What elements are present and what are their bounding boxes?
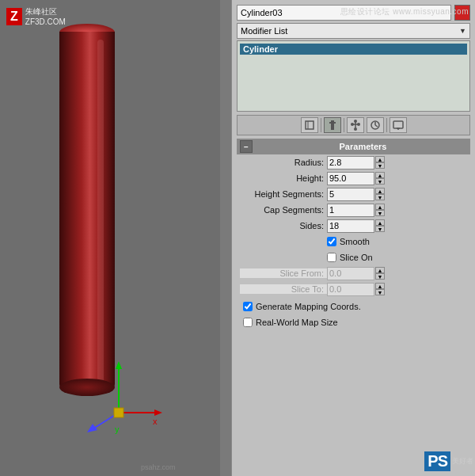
svg-point-15 — [351, 123, 354, 126]
param-input-sides[interactable] — [327, 219, 374, 233]
ps-logo-text: PS — [424, 451, 450, 471]
param-input-cap-segs[interactable] — [327, 204, 374, 217]
param-row-slice-from: Slice From: ▲ ▼ — [237, 265, 470, 281]
spin-down-slice-to[interactable]: ▼ — [375, 289, 385, 295]
parameters-collapse-button[interactable]: − — [240, 140, 253, 153]
param-input-slice-from[interactable] — [327, 267, 374, 280]
param-row-height: Height: ▲ ▼ — [237, 170, 470, 186]
param-row-sides: Sides: ▲ ▼ — [237, 218, 470, 234]
toolbar-separator — [321, 118, 321, 132]
cylinder-highlight — [97, 40, 104, 388]
param-spinner-slice-from: ▲ ▼ — [375, 267, 385, 280]
toolbar-display-button[interactable] — [390, 117, 407, 133]
modifier-list-bar: Modifier List ▼ — [237, 23, 470, 39]
toolbar-hierarchy-button[interactable] — [347, 117, 364, 133]
param-input-height[interactable] — [327, 172, 374, 185]
spin-down-sides[interactable]: ▼ — [375, 226, 385, 232]
spin-up-sides[interactable]: ▲ — [375, 219, 385, 226]
psahz-watermark: psahz.com — [141, 463, 176, 471]
checkbox-row-smooth: Smooth — [237, 234, 470, 249]
dropdown-arrow-icon: ▼ — [459, 27, 466, 35]
param-row-slice-to: Slice To: ▲ ▼ — [237, 281, 470, 297]
svg-rect-12 — [329, 122, 336, 124]
watermark-top: 思绘设计论坛 www.missyuan.com — [340, 6, 469, 17]
spin-up-height-segs[interactable]: ▲ — [375, 188, 385, 194]
checkbox-slice-on[interactable] — [327, 253, 336, 262]
param-input-slice-to[interactable] — [327, 283, 374, 296]
modifier-stack-item[interactable]: Cylinder — [240, 44, 467, 55]
svg-marker-1 — [116, 361, 122, 369]
checkbox-row-slice-on: Slice On — [237, 249, 470, 265]
param-input-radius[interactable] — [327, 156, 374, 169]
param-label-sides: Sides: — [240, 221, 327, 230]
checkbox-label-slice-on: Slice On — [340, 253, 373, 262]
modifier-list-dropdown[interactable]: Modifier List ▼ — [237, 23, 470, 39]
param-spinner-slice-to: ▲ ▼ — [375, 283, 385, 295]
checkbox-real-world[interactable] — [243, 318, 253, 327]
param-label-height-segs: Height Segments: — [240, 189, 327, 199]
parameters-title: Parameters — [256, 142, 470, 151]
svg-marker-4 — [154, 409, 162, 416]
svg-point-16 — [357, 123, 360, 126]
svg-point-17 — [354, 120, 357, 123]
param-spinner-radius: ▲ ▼ — [375, 156, 385, 169]
checkbox-row-gen-mapping: Generate Mapping Coords. — [237, 299, 470, 314]
modifier-stack-list[interactable]: Cylinder — [237, 40, 470, 112]
param-label-radius: Radius: — [240, 158, 327, 167]
spin-up-radius[interactable]: ▲ — [375, 156, 385, 162]
param-spinner-sides: ▲ ▼ — [375, 219, 385, 232]
checkbox-row-real-world: Real-World Map Size — [237, 314, 470, 330]
parameters-header: − Parameters — [237, 139, 470, 154]
param-row-cap-segs: Cap Segments: ▲ ▼ — [237, 202, 470, 218]
svg-text:y: y — [115, 425, 120, 434]
parameters-section: − Parameters Radius: ▲ ▼ Height: ▲ ▼ Hei… — [237, 139, 470, 330]
right-panel: Modifier List ▼ Cylinder — [231, 0, 475, 476]
checkbox-smooth[interactable] — [327, 237, 336, 246]
axis-indicator: y x — [75, 357, 162, 436]
modifier-list-label: Modifier List — [241, 26, 287, 36]
param-label-cap-segs: Cap Segments: — [240, 205, 327, 215]
toolbar-modify-button[interactable] — [324, 117, 341, 133]
cylinder-body — [59, 32, 115, 388]
param-row-radius: Radius: ▲ ▼ — [237, 154, 470, 170]
spin-up-cap-segs[interactable]: ▲ — [375, 204, 385, 210]
svg-rect-11 — [331, 120, 334, 130]
param-spinner-height-segs: ▲ ▼ — [375, 188, 385, 200]
spin-down-radius[interactable]: ▼ — [375, 162, 385, 169]
checkbox-label-smooth: Smooth — [340, 237, 370, 246]
checkbox-label-gen-mapping: Generate Mapping Coords. — [256, 302, 361, 311]
logo-z-icon: Z — [6, 8, 22, 25]
toolbar-motion-button[interactable] — [367, 117, 384, 133]
spin-up-height[interactable]: ▲ — [375, 172, 385, 178]
spin-down-cap-segs[interactable]: ▼ — [375, 210, 385, 216]
param-spinner-cap-segs: ▲ ▼ — [375, 204, 385, 216]
viewport-3d: Z 朱峰社区 ZF3D.COM y x — [0, 0, 220, 476]
svg-rect-8 — [114, 408, 124, 417]
param-label-slice-to: Slice To: — [240, 284, 327, 294]
svg-rect-22 — [393, 121, 403, 128]
svg-marker-7 — [87, 424, 97, 432]
param-label-height: Height: — [240, 173, 327, 183]
svg-point-18 — [354, 128, 357, 131]
cylinder-3d-object — [48, 24, 127, 404]
spin-down-height-segs[interactable]: ▼ — [375, 194, 385, 200]
spin-down-slice-from[interactable]: ▼ — [375, 273, 385, 280]
svg-text:x: x — [153, 417, 158, 426]
spin-down-height[interactable]: ▼ — [375, 178, 385, 185]
toolbar-pin-button[interactable] — [301, 117, 318, 133]
param-input-height-segs[interactable] — [327, 188, 374, 201]
spin-up-slice-from[interactable]: ▲ — [375, 267, 385, 273]
svg-line-21 — [375, 125, 378, 127]
svg-rect-9 — [306, 121, 314, 129]
ps-sub-text: 美好者 — [452, 456, 473, 466]
param-label-slice-from: Slice From: — [240, 268, 327, 278]
toolbar-separator-2 — [344, 118, 344, 132]
spin-up-slice-to[interactable]: ▲ — [375, 283, 385, 289]
checkbox-gen-mapping[interactable] — [243, 302, 253, 311]
param-spinner-height: ▲ ▼ — [375, 172, 385, 185]
checkbox-label-real-world: Real-World Map Size — [256, 318, 338, 327]
param-row-height-segs: Height Segments: ▲ ▼ — [237, 186, 470, 202]
ps-logo-area: PS 美好者 — [424, 451, 473, 471]
toolbar-row — [237, 115, 470, 135]
toolbar-separator-3 — [386, 118, 387, 132]
